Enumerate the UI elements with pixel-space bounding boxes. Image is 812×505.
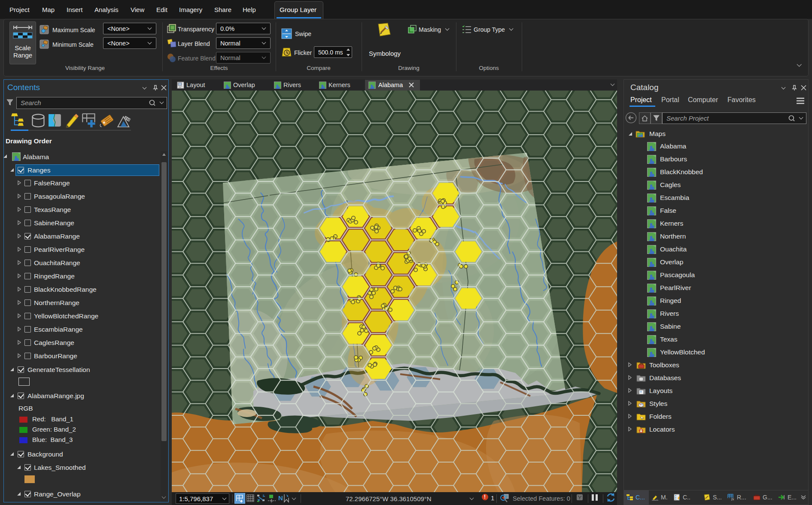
svg-text:fx: fx (731, 497, 734, 501)
